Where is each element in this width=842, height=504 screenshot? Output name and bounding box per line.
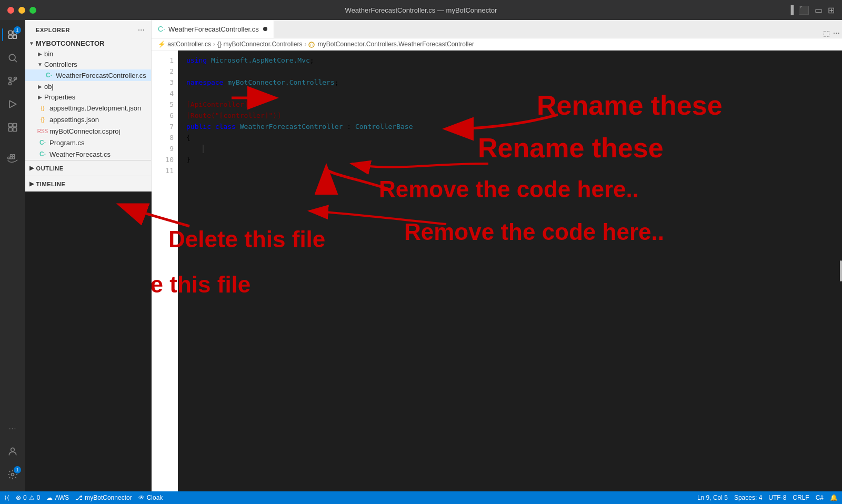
tree-bin[interactable]: ▶ bin [25, 48, 151, 59]
activity-settings[interactable]: 1 [2, 464, 23, 485]
app-body: 1 ··· 1 [0, 20, 842, 491]
activity-run[interactable] [2, 94, 23, 115]
svg-rect-15 [13, 157, 15, 159]
svg-rect-17 [13, 155, 15, 157]
activity-more[interactable]: ··· [2, 418, 23, 439]
sidebar: EXPLORER ··· ▼ MYBOTCONNECTOR ▶ bin ▼ [25, 20, 152, 191]
cs-icon-program: C· [38, 138, 47, 147]
code-line-2 [186, 66, 842, 77]
controllers-label: Controllers [44, 61, 77, 68]
more-layout-icon[interactable]: ⊞ [828, 5, 835, 15]
titlebar-icons: ▐ ⬛ ▭ ⊞ [788, 5, 835, 15]
project-name: MYBOTCONNECTOR [36, 39, 104, 47]
tree-controllers[interactable]: ▼ Controllers [25, 59, 151, 69]
tree-appsettings-dev[interactable]: {} appsettings.Development.json [25, 102, 151, 114]
activity-extensions[interactable] [2, 117, 23, 138]
svg-text:C: C [310, 43, 313, 47]
activity-source-control[interactable] [2, 70, 23, 92]
breadcrumb-sep-2: › [304, 41, 306, 48]
tree-appsettings[interactable]: {} appsettings.json [25, 114, 151, 125]
cloak-label: Cloak [147, 494, 163, 501]
activity-search[interactable] [2, 47, 23, 68]
cs-icon-wf: C· [38, 149, 47, 159]
code-line-10: } [186, 154, 842, 165]
editor-layout-icon[interactable]: ⬛ [799, 5, 809, 15]
svg-rect-3 [13, 35, 16, 38]
tree-csproj[interactable]: RSS myBotConnector.csproj [25, 125, 151, 137]
svg-rect-13 [8, 157, 10, 159]
tree-weatherforecast[interactable]: C· WeatherForecast.cs [25, 148, 151, 160]
status-bell[interactable]: 🔔 [830, 494, 838, 501]
sidebar-header: EXPLORER ··· [25, 20, 151, 38]
svg-rect-2 [9, 35, 12, 38]
close-button[interactable] [7, 7, 14, 14]
timeline-header[interactable]: ▶ TIMELINE [25, 178, 151, 189]
svg-line-5 [15, 60, 17, 62]
scrollbar[interactable] [840, 260, 842, 281]
csproj-icon: RSS [38, 126, 47, 136]
status-branch[interactable]: ⎇ myBotConnector [75, 494, 132, 501]
svg-rect-9 [9, 124, 13, 127]
editor-tab-weatherforecast[interactable]: C· WeatherForecastController.cs [152, 20, 274, 38]
breadcrumb-class: C myBotConnector.Controllers.WeatherFore… [308, 41, 474, 48]
split-editor-icon[interactable]: ▭ [815, 5, 823, 15]
controllers-arrow: ▼ [36, 60, 44, 68]
activity-explorer[interactable]: 1 [2, 24, 23, 45]
status-aws[interactable]: ☁ AWS [46, 494, 69, 501]
svg-point-18 [11, 448, 15, 451]
svg-point-19 [12, 473, 14, 476]
status-encoding[interactable]: UTF-8 [768, 494, 786, 501]
properties-arrow: ▶ [36, 93, 44, 101]
traffic-lights [7, 7, 36, 14]
activity-account[interactable] [2, 441, 23, 462]
status-eol[interactable]: CRLF [793, 494, 809, 501]
activity-docker[interactable] [2, 148, 23, 169]
breadcrumb: ⚡ astController.cs › {} myBotConnector.C… [152, 38, 842, 51]
csproj-label: myBotConnector.csproj [49, 127, 120, 135]
explorer-badge: 1 [14, 26, 21, 34]
warning-count: 0 [37, 494, 41, 501]
status-spaces[interactable]: Spaces: 4 [734, 494, 762, 501]
breadcrumb-cs: ⚡ astController.cs [158, 41, 211, 48]
line-numbers: 1 2 3 4 5 6 7 8 9 10 11 [152, 51, 178, 491]
error-count: 0 [23, 494, 27, 501]
tree-program[interactable]: C· Program.cs [25, 137, 151, 148]
appsettings-dev-label: appsettings.Development.json [49, 104, 141, 112]
tab-cs-icon: C· [158, 25, 165, 33]
appsettings-label: appsettings.json [49, 116, 99, 124]
tab-more-icon[interactable]: ··· [833, 28, 840, 38]
sidebar-toggle-icon[interactable]: ▐ [788, 5, 794, 15]
tree-weatherforecastcontroller[interactable]: C· WeatherForecastController.cs [25, 69, 151, 81]
code-line-6: [Route("[controller]")] [186, 110, 842, 121]
code-editor[interactable]: using Microsoft.AspNetCore.Mvc; namespac… [178, 51, 842, 491]
sidebar-wrapper: EXPLORER ··· ▼ MYBOTCONNECTOR ▶ bin ▼ [25, 20, 152, 491]
settings-badge: 1 [14, 466, 21, 473]
error-icon: ⊗ [16, 494, 21, 501]
timeline-panel: ▶ TIMELINE [25, 176, 151, 191]
outline-label: OUTLINE [36, 165, 64, 172]
outline-header[interactable]: ▶ OUTLINE [25, 163, 151, 174]
explorer-title: EXPLORER [36, 27, 70, 33]
tree-properties[interactable]: ▶ Properties [25, 92, 151, 102]
code-line-3: namespace myBotConnector.Controllers; [186, 77, 842, 88]
status-errors[interactable]: ⊗ 0 ⚠ 0 [16, 494, 40, 501]
bell-icon: 🔔 [830, 494, 838, 501]
warning-icon: ⚠ [29, 494, 35, 501]
timeline-label: TIMELINE [36, 181, 66, 187]
status-cloak[interactable]: 👁 Cloak [138, 494, 163, 501]
tree-obj[interactable]: ▶ obj [25, 81, 151, 92]
branch-icon: ⎇ [75, 494, 83, 501]
maximize-button[interactable] [29, 7, 36, 14]
status-position[interactable]: Ln 9, Col 5 [697, 494, 728, 501]
svg-rect-12 [13, 128, 17, 132]
activity-bar: 1 ··· 1 [0, 20, 25, 491]
minimize-button[interactable] [18, 7, 25, 14]
cloud-icon: ☁ [46, 494, 53, 501]
sidebar-more-button[interactable]: ··· [138, 25, 145, 35]
split-editor-icon[interactable]: ⬚ [823, 29, 830, 37]
tree-project-root[interactable]: ▼ MYBOTCONNECTOR [25, 38, 151, 48]
status-remote[interactable]: ⟩⟨ [4, 494, 9, 501]
tab-modified-dot [263, 27, 267, 31]
status-language[interactable]: C# [816, 494, 824, 501]
outline-panel: ▶ OUTLINE [25, 160, 151, 176]
